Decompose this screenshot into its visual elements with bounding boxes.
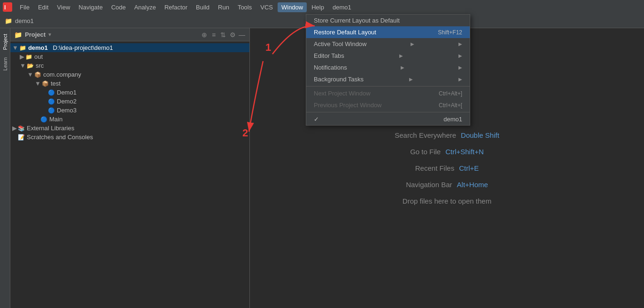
menu-next-project: Next Project Window Ctrl+Alt+]	[306, 87, 470, 99]
hint-recent-shortcut: Ctrl+E	[459, 164, 479, 172]
expand-icon: ▼	[12, 44, 18, 51]
menu-background-tasks[interactable]: Background Tasks ▶	[306, 73, 470, 85]
scratches-icon: 📝	[18, 134, 25, 141]
project-panel-header: 📁 Project ▼ ⊕ ≡ ⇅ ⚙ —	[10, 28, 249, 41]
project-panel: 📁 Project ▼ ⊕ ≡ ⇅ ⚙ — ▼ 📁 demo1 D:\idea-…	[10, 28, 250, 308]
expand-icon: ▶	[20, 53, 24, 60]
panel-sort-btn[interactable]: ⇅	[219, 31, 227, 39]
menu-tools[interactable]: Tools	[234, 2, 256, 12]
menubar: I File Edit View Navigate Code Analyze R…	[0, 0, 644, 14]
hint-navigation-bar: Navigation Bar Alt+Home	[406, 181, 488, 189]
menu-help[interactable]: Help	[308, 2, 328, 12]
src-folder-icon: 📂	[27, 63, 34, 69]
hint-file-text: Go to File	[410, 148, 441, 156]
menu-restore-layout[interactable]: Restore Default Layout Shift+F12	[306, 26, 470, 38]
check-icon: ✓	[314, 116, 319, 123]
expand-icon: ▼	[20, 62, 26, 69]
panel-close-btn[interactable]: —	[238, 31, 246, 39]
sidebar-vertical-tabs: Project Learn	[0, 28, 10, 308]
project-panel-dropdown-arrow[interactable]: ▼	[47, 32, 52, 37]
shortcut-restore: Shift+F12	[438, 29, 462, 36]
class-icon: 🔵	[48, 89, 55, 96]
menu-analyze[interactable]: Analyze	[131, 2, 160, 12]
hint-drop-files: Drop files here to open them	[403, 197, 491, 205]
menu-window[interactable]: Window	[278, 2, 307, 12]
expand-icon: ▼	[27, 71, 33, 78]
menu-store-layout[interactable]: Store Current Layout as Default	[306, 15, 470, 26]
window-dropdown-menu: Store Current Layout as Default Restore …	[306, 14, 470, 126]
panel-scope-btn[interactable]: ⊕	[201, 31, 208, 39]
menu-vcs[interactable]: VCS	[256, 2, 277, 12]
tree-item-test[interactable]: ▼ 📦 test	[10, 79, 249, 88]
project-folder-icon: 📁	[14, 31, 22, 39]
menu-demo1-project[interactable]: ✓ demo1	[306, 113, 470, 125]
tree-item-main-class[interactable]: 🔵 Main	[10, 115, 249, 124]
hint-file-shortcut: Ctrl+Shift+N	[445, 148, 484, 156]
menu-divider-2	[306, 112, 470, 112]
expand-icon: ▶	[12, 125, 17, 132]
hint-nav-text: Navigation Bar	[406, 181, 452, 189]
folder-icon: 📁	[25, 54, 32, 60]
class-icon: 🔵	[48, 98, 55, 105]
svg-text:I: I	[4, 4, 6, 11]
panel-collapse-btn[interactable]: ≡	[210, 31, 217, 39]
hint-search-text: Search Everywhere	[395, 131, 456, 139]
menu-notifications[interactable]: Notifications ▶	[306, 62, 470, 73]
menu-file[interactable]: File	[16, 2, 33, 12]
menu-active-tool-window[interactable]: Active Tool Window ▶	[306, 38, 470, 50]
class-icon: 🔵	[40, 116, 47, 123]
menu-navigate[interactable]: Navigate	[75, 2, 106, 12]
tree-item-out[interactable]: ▶ 📁 out	[10, 52, 249, 61]
hint-nav-shortcut: Alt+Home	[457, 181, 488, 189]
library-icon: 📚	[18, 125, 25, 132]
window-title: demo1	[15, 17, 34, 24]
hint-drop-text: Drop files here to open them	[403, 197, 491, 205]
menu-view[interactable]: View	[53, 2, 74, 12]
menu-code[interactable]: Code	[108, 2, 130, 12]
menu-build[interactable]: Build	[192, 2, 213, 12]
menu-refactor[interactable]: Refactor	[161, 2, 191, 12]
tree-item-com-company[interactable]: ▼ 📦 com.company	[10, 70, 249, 79]
expand-icon: ▼	[35, 80, 41, 87]
sidebar-tab-project[interactable]: Project	[1, 30, 9, 54]
tree-item-demo3-class[interactable]: 🔵 Demo3	[10, 106, 249, 115]
menu-prev-project: Previous Project Window Ctrl+Alt+[	[306, 99, 470, 111]
tree-item-demo1-class[interactable]: 🔵 Demo1	[10, 88, 249, 97]
project-tree: ▼ 📁 demo1 D:\idea-project\demo1 ▶ 📁 out …	[10, 41, 249, 308]
tree-item-external-libs[interactable]: ▶ 📚 External Libraries	[10, 124, 249, 133]
hint-recent-files: Recent Files Ctrl+E	[415, 164, 479, 172]
tree-item-demo2-class[interactable]: 🔵 Demo2	[10, 97, 249, 106]
package-icon: 📦	[34, 71, 41, 78]
sidebar-tab-learn[interactable]: Learn	[1, 54, 9, 74]
app-logo: I	[3, 2, 12, 12]
menu-divider-1	[306, 86, 470, 87]
project-panel-title: Project ▼	[25, 31, 52, 38]
menu-edit[interactable]: Edit	[34, 2, 52, 12]
tree-item-src[interactable]: ▼ 📂 src	[10, 61, 249, 70]
panel-icons: ⊕ ≡ ⇅ ⚙ —	[201, 31, 246, 39]
menu-editor-tabs[interactable]: Editor Tabs ▶	[306, 50, 470, 62]
panel-settings-btn[interactable]: ⚙	[229, 31, 236, 39]
hint-go-to-file: Go to File Ctrl+Shift+N	[410, 148, 484, 156]
folder-icon: 📁	[19, 45, 26, 51]
project-icon: 📁	[5, 17, 12, 24]
hint-recent-text: Recent Files	[415, 164, 454, 172]
menu-run[interactable]: Run	[214, 2, 233, 12]
hint-search-everywhere: Search Everywhere Double Shift	[395, 131, 499, 139]
class-icon: 🔵	[48, 107, 55, 114]
menu-project-title: demo1	[329, 2, 355, 12]
package-icon: 📦	[42, 80, 49, 87]
tree-item-scratches[interactable]: ▶ 📝 Scratches and Consoles	[10, 133, 249, 142]
tree-item-demo1-root[interactable]: ▼ 📁 demo1 D:\idea-project\demo1	[10, 43, 249, 52]
hint-search-shortcut: Double Shift	[461, 131, 499, 139]
